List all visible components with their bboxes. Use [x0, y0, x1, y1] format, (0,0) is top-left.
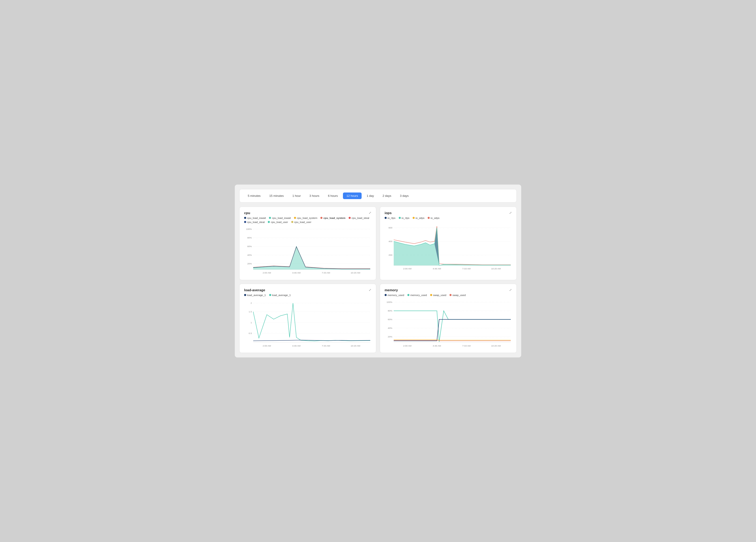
time-selector: 5 minutes 15 minutes 1 hour 3 hours 6 ho… [239, 189, 517, 203]
cpu-legend-item-8: cpu_load_user [291, 221, 311, 224]
load-avg-legend-dot-1 [244, 294, 246, 296]
mem-dark-line [394, 319, 511, 341]
mem-x-label-2: 4:46 AM [433, 344, 441, 347]
la-dark-line [253, 340, 370, 341]
cpu-chart-header: cpu ⤢ [244, 211, 371, 215]
iops-x-label-3: 7:33 AM [462, 268, 471, 270]
mem-x-label-3: 7:33 AM [462, 344, 471, 347]
cpu-y-label-40: 40% [247, 254, 252, 256]
load-average-legend: load_average_1 load_average_1 [244, 294, 371, 296]
load-avg-legend-dot-2 [269, 294, 271, 296]
mem-x-label-4: 10:20 AM [491, 344, 501, 347]
la-teal-line [253, 303, 370, 341]
la-y-label-1: 1 [250, 321, 252, 323]
time-btn-2days[interactable]: 2 days [379, 193, 395, 199]
load-average-svg: 2 1.5 1 0.5 2:00 AM 4:46 AM [244, 299, 371, 349]
mem-y-label-80: 80% [388, 309, 392, 312]
iops-x-label-1: 2:00 AM [403, 268, 412, 270]
mem-y-label-60: 60% [388, 318, 392, 320]
cpu-x-label-3: 7:33 AM [322, 271, 330, 274]
cpu-y-label-60: 60% [247, 245, 252, 248]
time-btn-1hour[interactable]: 1 hour [289, 193, 304, 199]
iops-chart-title: iops [385, 211, 392, 215]
iops-expand-icon[interactable]: ⤢ [509, 211, 512, 215]
memory-legend-dot-1 [385, 294, 387, 296]
load-avg-legend-item-2: load_average_1 [269, 294, 291, 296]
cpu-legend-item-1: cpu_load_iowait [244, 217, 266, 219]
charts-grid: cpu ⤢ cpu_load_iowait cpu_load_iowait cp… [239, 207, 517, 353]
mem-orange-line [394, 339, 511, 340]
cpu-legend-dot-7 [268, 221, 270, 223]
cpu-x-label-4: 10:20 AM [351, 271, 360, 274]
memory-legend-dot-4 [450, 294, 452, 296]
memory-expand-icon[interactable]: ⤢ [509, 288, 512, 292]
iops-legend-dot-2 [399, 217, 401, 219]
iops-legend-dot-3 [413, 217, 415, 219]
cpu-expand-icon[interactable]: ⤢ [369, 211, 371, 215]
mem-y-label-40: 40% [388, 326, 392, 329]
memory-legend-dot-2 [407, 294, 409, 296]
cpu-svg: 100% 80% 60% 40% 20% [244, 226, 371, 276]
cpu-legend-dot-1 [244, 217, 246, 219]
cpu-legend-item-2: cpu_load_iowait [269, 217, 291, 219]
cpu-legend-dot-6 [244, 221, 246, 223]
iops-chart-header: iops ⤢ [385, 211, 512, 215]
la-y-label-1.5: 1.5 [249, 310, 252, 312]
cpu-line-red [253, 247, 370, 269]
load-avg-legend-item-1: load_average_1 [244, 294, 266, 296]
cpu-legend-dot-2 [269, 217, 271, 219]
iops-chart-area: 600 400 200 2:00 [385, 222, 512, 272]
cpu-legend-dot-4 [320, 217, 322, 219]
cpu-legend-item-6: cpu_load_steal [244, 221, 265, 224]
mem-x-label-1: 2:00 AM [403, 344, 412, 347]
memory-chart-header: memory ⤢ [385, 288, 512, 292]
la-x-label-3: 7:33 AM [322, 344, 330, 347]
cpu-legend-dot-5 [349, 217, 351, 219]
mem-y-label-20: 20% [388, 335, 392, 338]
iops-legend-item-3: io_wtps [413, 217, 424, 219]
memory-chart-title: memory [385, 288, 398, 292]
time-btn-15min[interactable]: 15 minutes [266, 193, 287, 199]
iops-legend: io_rtps io_rtps io_wtps io_wtps [385, 217, 512, 219]
load-average-chart-card: load-average ⤢ load_average_1 load_avera… [239, 284, 376, 353]
time-btn-1day[interactable]: 1 day [363, 193, 378, 199]
time-btn-3days[interactable]: 3 days [396, 193, 412, 199]
la-x-label-1: 2:00 AM [263, 344, 271, 347]
memory-chart-area: 100% 80% 60% 40% 20% [385, 299, 512, 350]
la-x-label-4: 10:20 AM [351, 344, 360, 347]
cpu-legend-dot-3 [294, 217, 296, 219]
time-btn-12hours[interactable]: 12 hours [343, 193, 362, 199]
cpu-x-label-2: 4:46 AM [292, 271, 301, 274]
cpu-line-teal [253, 247, 370, 269]
cpu-line-dark [253, 247, 370, 269]
cpu-legend-item-3: cpu_load_system [294, 217, 317, 219]
memory-legend-item-3: swap_used [430, 294, 446, 296]
memory-legend-dot-3 [430, 294, 432, 296]
cpu-y-label-80: 80% [247, 237, 252, 239]
cpu-x-label-1: 2:00 AM [263, 271, 271, 274]
time-btn-3hours[interactable]: 3 hours [306, 193, 323, 199]
iops-y-label-600: 600 [388, 227, 392, 229]
time-btn-5min[interactable]: 5 minutes [244, 193, 264, 199]
iops-legend-dot-1 [385, 217, 387, 219]
cpu-legend-item-7: cpu_load_user [268, 221, 288, 224]
time-btn-6hours[interactable]: 6 hours [324, 193, 341, 199]
cpu-legend-dot-8 [291, 221, 293, 223]
cpu-legend: cpu_load_iowait cpu_load_iowait cpu_load… [244, 217, 371, 224]
cpu-y-label-20: 20% [247, 263, 252, 265]
load-average-expand-icon[interactable]: ⤢ [369, 288, 371, 292]
iops-teal-fill [394, 228, 511, 266]
dashboard: 5 minutes 15 minutes 1 hour 3 hours 6 ho… [235, 184, 521, 358]
iops-x-label-2: 4:46 AM [433, 268, 441, 270]
mem-teal-line [394, 310, 511, 342]
memory-chart-card: memory ⤢ memory_used memory_used swap_us… [380, 284, 517, 353]
iops-legend-item-2: io_rtps [399, 217, 410, 219]
cpu-legend-item-5: cpu_load_steal [349, 217, 369, 219]
iops-y-label-400: 400 [388, 240, 392, 243]
cpu-chart-title: cpu [244, 211, 250, 215]
cpu-chart-card: cpu ⤢ cpu_load_iowait cpu_load_iowait cp… [239, 207, 376, 280]
iops-svg: 600 400 200 2:00 [385, 222, 512, 272]
iops-legend-item-4: io_wtps [428, 217, 439, 219]
iops-legend-item-1: io_rtps [385, 217, 396, 219]
load-average-chart-area: 2 1.5 1 0.5 2:00 AM 4:46 AM [244, 299, 371, 350]
